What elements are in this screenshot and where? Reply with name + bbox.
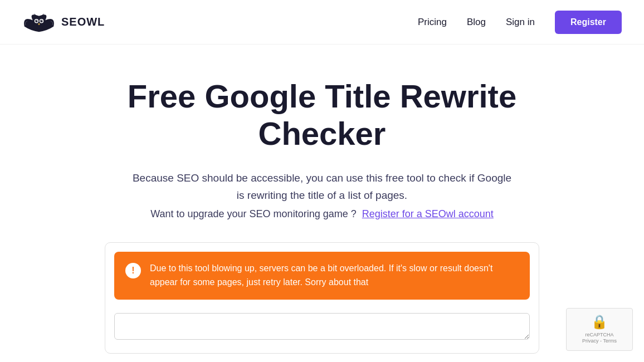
subtitle: Because SEO should be accessible, you ca… <box>133 170 511 204</box>
svg-point-5 <box>37 20 38 21</box>
upgrade-line: Want to upgrade your SEO monitoring game… <box>150 208 494 220</box>
subtitle-line2: is rewriting the title of a list of page… <box>237 189 407 201</box>
svg-point-4 <box>40 19 43 22</box>
main-nav: Pricing Blog Sign in Register <box>418 11 622 34</box>
alert-icon: ! <box>125 263 141 278</box>
nav-pricing[interactable]: Pricing <box>418 17 447 28</box>
svg-point-3 <box>35 19 38 22</box>
recaptcha-icon: 🔒 <box>591 314 608 330</box>
url-input[interactable] <box>114 313 530 340</box>
nav-signin[interactable]: Sign in <box>506 17 535 28</box>
logo-text: SEOWL <box>61 16 105 28</box>
svg-point-6 <box>42 20 43 21</box>
alert-message: Due to this tool blowing up, servers can… <box>150 262 519 290</box>
site-header: SEOWL Pricing Blog Sign in Register <box>0 0 644 45</box>
logo-area[interactable]: SEOWL <box>22 6 105 39</box>
page-title: Free Google Title Rewrite Checker <box>71 78 573 152</box>
main-content: Free Google Title Rewrite Checker Becaus… <box>0 45 644 362</box>
recaptcha-subtext: Privacy - Terms <box>582 338 617 345</box>
recaptcha-label: reCAPTCHA <box>585 332 613 339</box>
subtitle-line1: Because SEO should be accessible, you ca… <box>133 172 511 184</box>
nav-blog[interactable]: Blog <box>467 17 486 28</box>
upgrade-prefix: Want to upgrade your SEO monitoring game… <box>150 208 357 219</box>
alert-banner: ! Due to this tool blowing up, servers c… <box>114 252 530 300</box>
input-area <box>105 309 539 342</box>
register-button[interactable]: Register <box>555 11 622 34</box>
recaptcha-badge: 🔒 reCAPTCHA Privacy - Terms <box>566 308 633 351</box>
svg-point-0 <box>33 16 45 29</box>
tool-container: ! Due to this tool blowing up, servers c… <box>105 242 539 354</box>
upgrade-link[interactable]: Register for a SEOwl account <box>362 208 494 219</box>
logo-icon <box>22 6 56 39</box>
